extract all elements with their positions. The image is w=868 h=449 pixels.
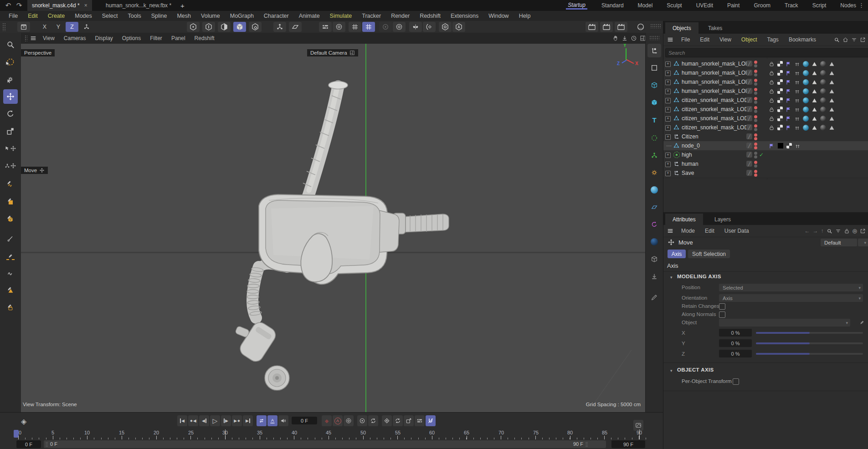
- clone-cubes-icon[interactable]: [647, 252, 661, 266]
- redo-icon[interactable]: ↷: [15, 1, 24, 10]
- object-name[interactable]: human: [682, 161, 699, 167]
- z-value-field[interactable]: 0 %: [719, 350, 752, 357]
- snapping-off-button[interactable]: [426, 415, 436, 426]
- viewport-drag-handle[interactable]: [25, 35, 27, 41]
- camera-swap-icon[interactable]: [349, 50, 355, 56]
- modeling-axis-button[interactable]: [319, 22, 332, 32]
- kebab-menu-icon[interactable]: ⋮: [858, 2, 864, 9]
- om-menu-edit[interactable]: Edit: [695, 36, 714, 43]
- menu-select[interactable]: Select: [97, 13, 123, 19]
- vp-menu-filter[interactable]: Filter: [145, 35, 167, 41]
- sketch-tool-button[interactable]: [3, 195, 18, 209]
- symmetry-settings-button[interactable]: [393, 22, 406, 32]
- x-slider[interactable]: [756, 332, 863, 334]
- am-menu-userdata[interactable]: User Data: [719, 228, 754, 234]
- orientation-dropdown[interactable]: Axis▾: [719, 294, 863, 302]
- enabled-toggle[interactable]: ╱: [746, 88, 752, 94]
- menu-edit[interactable]: Edit: [23, 13, 43, 19]
- object-name[interactable]: Save: [682, 170, 694, 176]
- forward-arrow-icon[interactable]: →: [813, 228, 818, 234]
- table-row[interactable]: + human_snorkel_mask_LOD2 ╱: [663, 68, 868, 78]
- expander-icon[interactable]: +: [665, 71, 671, 76]
- expander-icon[interactable]: +: [665, 89, 671, 94]
- camera-label[interactable]: Default Camera: [307, 49, 358, 56]
- keying-settings-button[interactable]: [344, 415, 354, 426]
- tag-icons[interactable]: [769, 61, 835, 67]
- spline-loop-icon[interactable]: [647, 218, 661, 231]
- phong-tag-icon[interactable]: [829, 61, 835, 67]
- annotation-button[interactable]: [452, 22, 465, 32]
- pan-hand-icon[interactable]: [612, 35, 619, 41]
- menu-spline[interactable]: Spline: [146, 13, 172, 19]
- table-row[interactable]: + citizen_snorkel_mask_LOD2 ╱: [663, 105, 868, 114]
- table-row-selected[interactable]: node_0 ╱: [663, 141, 868, 151]
- back-arrow-icon[interactable]: ←: [805, 228, 810, 234]
- menu-tools[interactable]: Tools: [123, 13, 146, 19]
- range-right-grip[interactable]: [586, 442, 588, 447]
- text-tool-icon[interactable]: T: [647, 113, 661, 127]
- vp-menu-cameras[interactable]: Cameras: [59, 35, 91, 41]
- tab-axis[interactable]: Axis: [668, 250, 686, 258]
- hamburger-icon[interactable]: [667, 36, 673, 43]
- tab-objects[interactable]: Objects: [665, 22, 699, 34]
- object-name[interactable]: citizen_snorkel_mask_LOD2: [682, 106, 751, 112]
- search-icon[interactable]: [834, 37, 840, 43]
- keying-selection-toggle[interactable]: [415, 415, 425, 426]
- render-picture-viewer-button[interactable]: [600, 22, 613, 32]
- material-sphere-icon[interactable]: [634, 22, 647, 32]
- editor-visibility-dot[interactable]: [754, 88, 757, 91]
- popout-icon[interactable]: [860, 228, 866, 234]
- chevron-down-icon[interactable]: ▾: [670, 368, 673, 373]
- polygons-mode-button[interactable]: [218, 22, 231, 32]
- strip-drag-handle[interactable]: [649, 36, 659, 40]
- radial-symmetry-icon[interactable]: [379, 22, 392, 32]
- fcurve-editor-button[interactable]: [633, 420, 643, 431]
- y-slider[interactable]: [756, 342, 863, 344]
- key-scale-toggle[interactable]: [382, 415, 392, 426]
- enabled-toggle[interactable]: ╱: [746, 161, 752, 167]
- picker-icon[interactable]: [859, 320, 865, 325]
- object-name[interactable]: human_snorkel_mask_LOD0: [682, 88, 752, 94]
- snorkel-mask-model[interactable]: [219, 64, 474, 396]
- editor-visibility-dot[interactable]: [754, 61, 757, 64]
- expander-icon[interactable]: +: [665, 162, 671, 167]
- enabled-toggle[interactable]: ╱: [746, 61, 752, 66]
- layout-tab-startup[interactable]: Startup: [566, 1, 587, 10]
- up-arrow-icon[interactable]: ↑: [821, 228, 824, 234]
- search-input[interactable]: [665, 48, 868, 57]
- menu-mograph[interactable]: MoGraph: [225, 13, 259, 19]
- render-settings-button[interactable]: [615, 22, 627, 32]
- menu-mesh[interactable]: Mesh: [172, 13, 196, 19]
- render-visibility-dot[interactable]: [754, 155, 757, 158]
- editor-visibility-dot[interactable]: [754, 124, 757, 128]
- normal-tag-icon[interactable]: [794, 61, 800, 67]
- view-label[interactable]: Perspective: [21, 49, 55, 56]
- snap-grid-button[interactable]: [349, 22, 361, 32]
- frame-selection-icon[interactable]: [647, 44, 661, 57]
- table-row[interactable]: + citizen_snorkel_mask_LOD0 ╱: [663, 123, 868, 133]
- enabled-toggle[interactable]: ╱: [746, 115, 752, 121]
- enabled-toggle[interactable]: ╱: [746, 170, 752, 176]
- editor-visibility-dot[interactable]: [754, 106, 757, 109]
- menu-tracker[interactable]: Tracker: [357, 13, 386, 19]
- om-menu-tags[interactable]: Tags: [762, 36, 784, 43]
- sound-toggle-button[interactable]: [278, 415, 288, 426]
- edges-mode-button[interactable]: [202, 22, 215, 32]
- layout-tab-paint[interactable]: Paint: [727, 2, 740, 9]
- document-tab-active[interactable]: snorkel_mask.c4d * ×: [27, 0, 92, 11]
- enabled-toggle[interactable]: ╱: [746, 70, 752, 76]
- vp-menu-options[interactable]: Options: [118, 35, 145, 41]
- table-row[interactable]: + high ╱ ✓: [663, 150, 868, 160]
- expander-icon[interactable]: +: [665, 125, 671, 131]
- goto-start-button[interactable]: ◀: [177, 415, 187, 426]
- tag-icons[interactable]: [769, 79, 835, 85]
- menu-create[interactable]: Create: [43, 13, 70, 19]
- ik-pin-tool-button[interactable]: [3, 283, 18, 298]
- hamburger-icon[interactable]: [30, 35, 36, 41]
- render-visibility-dot[interactable]: [754, 137, 757, 140]
- home-icon[interactable]: [842, 37, 848, 43]
- expander-icon[interactable]: +: [665, 171, 671, 176]
- live-selection-green-icon[interactable]: [647, 131, 661, 145]
- vp-menu-panel[interactable]: Panel: [167, 35, 190, 41]
- expander-icon[interactable]: +: [665, 80, 671, 85]
